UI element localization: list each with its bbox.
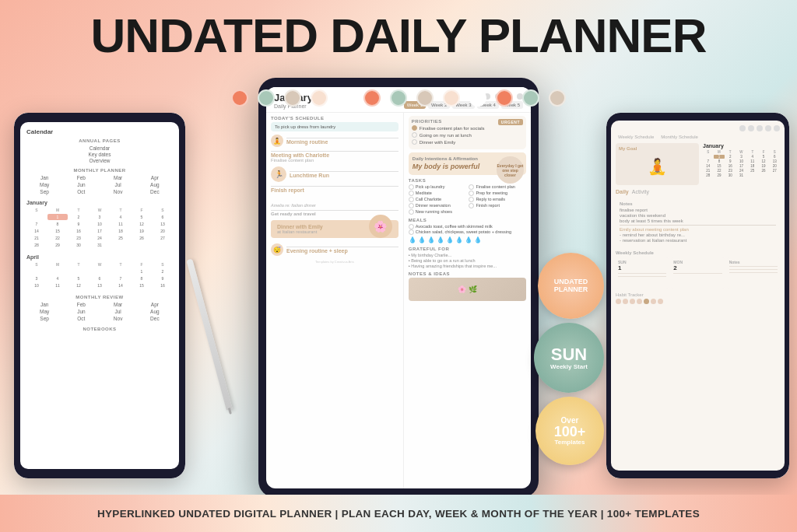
affirmation-box: Daily Intentions & Affirmation My body i… — [409, 152, 526, 175]
mp-may[interactable]: May — [26, 182, 62, 187]
dot-12 — [522, 89, 539, 107]
task-check-2 — [469, 184, 474, 190]
dot-7 — [390, 89, 407, 107]
mr-sep[interactable]: Sep — [26, 316, 62, 321]
goal-figure: 🧘 — [619, 151, 696, 182]
dot-1 — [231, 89, 248, 107]
entry-5: - remind her about birthday re... — [620, 233, 776, 237]
sidebar-link-keydates[interactable]: Key dates — [26, 152, 173, 157]
mp-aug[interactable]: Aug — [137, 182, 173, 187]
right-icon-4 — [765, 125, 771, 131]
footer-text: HYPERLINKED UNDATED DIGITAL PLANNER | PL… — [97, 508, 700, 520]
right-icon-2 — [748, 125, 754, 131]
h-dot-2 — [623, 299, 628, 304]
footer-bar: HYPERLINKED UNDATED DIGITAL PLANNER | PL… — [0, 495, 797, 532]
right-icon-3 — [757, 125, 763, 131]
habit-dots — [616, 299, 780, 304]
mp-oct[interactable]: Oct — [63, 189, 99, 194]
task-check-6 — [469, 197, 474, 202]
schedule-item-report: Finish report — [271, 186, 398, 193]
dot-9 — [443, 89, 460, 107]
tablet-left-bezel: Calendar ANNUAL PAGES Calendar Key dates… — [14, 113, 185, 478]
annual-pages-title: ANNUAL PAGES — [26, 138, 173, 143]
mp-nov[interactable]: Nov — [100, 189, 136, 194]
grateful-label: Grateful for — [409, 247, 526, 251]
mr-jun[interactable]: Jun — [63, 309, 99, 314]
page-title: UNDATED DAILY PLANNER — [0, 8, 797, 63]
meeting-label: Meeting with Charlotte — [271, 152, 398, 158]
mr-may[interactable]: May — [26, 309, 62, 314]
notes-image: 🌸 🌿 — [409, 278, 526, 301]
cal-april-label: April — [26, 254, 173, 260]
tab-weekly[interactable]: Weekly Schedule — [616, 134, 656, 140]
priority-2-text: Going on my run at lunch — [420, 133, 472, 138]
mp-feb[interactable]: Feb — [63, 175, 99, 180]
right-icon-5 — [774, 125, 780, 131]
check-done-icon — [412, 125, 417, 131]
h-dot-4 — [637, 299, 642, 304]
check-empty-icon-1 — [412, 132, 417, 138]
mr-feb[interactable]: Feb — [63, 302, 99, 307]
right-icon-1 — [739, 125, 746, 131]
tablet-right: Weekly Schedule Monthly Schedule My Goal… — [606, 113, 789, 478]
mp-sep[interactable]: Sep — [26, 189, 62, 194]
mr-aug[interactable]: Aug — [137, 309, 173, 314]
evening-avatar: 😴 — [271, 243, 283, 256]
drop-6: 💧 — [455, 236, 463, 243]
task-check-5 — [409, 197, 414, 202]
sidebar-link-calendar[interactable]: Calendar — [26, 145, 173, 151]
notes-label: Notes & Ideas — [409, 271, 526, 276]
mr-dec[interactable]: Dec — [137, 316, 173, 321]
tablet-left-screen: Calendar ANNUAL PAGES Calendar Key dates… — [20, 122, 179, 469]
dot-13 — [549, 89, 566, 107]
stylus-tip — [228, 408, 232, 415]
mr-nov[interactable]: Nov — [100, 316, 136, 321]
mr-oct[interactable]: Oct — [63, 316, 99, 321]
evening-text: Evening routine + sleep — [286, 247, 398, 254]
mr-jul[interactable]: Jul — [100, 309, 136, 314]
task-1: Pick up laundry — [409, 184, 466, 190]
spacer — [271, 197, 398, 203]
drop-8: 💧 — [474, 236, 482, 243]
mp-jul[interactable]: Jul — [100, 182, 136, 187]
badge-templates-count: 100+ — [554, 425, 586, 439]
mr-jan[interactable]: Jan — [26, 302, 62, 307]
dot-10 — [469, 89, 486, 107]
task-check-9 — [409, 209, 414, 215]
mini-cal-box: January SMTWTFS 123456 78910111213 14151… — [703, 143, 780, 185]
mp-jan[interactable]: Jan — [26, 175, 62, 180]
meals-label: Meals — [409, 218, 526, 222]
monthly-planner-section: MONTHLY PLANNER Jan Feb Mar Apr May Jun … — [26, 168, 173, 195]
mp-jun[interactable]: Jun — [63, 182, 99, 187]
planner-body: Today's Schedule To pick up dress from l… — [266, 113, 531, 488]
right-icons-row — [616, 125, 780, 131]
mp-mar[interactable]: Mar — [100, 175, 136, 180]
mp-apr[interactable]: Apr — [137, 175, 173, 180]
schedule-column: Today's Schedule To pick up dress from l… — [266, 113, 404, 488]
run-label: Lunchtime Run — [290, 173, 398, 178]
content-column: Priorities URGENT Finalise content plan … — [404, 113, 531, 488]
meal-check-2 — [409, 229, 414, 235]
badge-templates: Over 100+ Templates — [535, 397, 604, 465]
meeting-sub: Finalise content plan — [271, 158, 398, 163]
sidebar-link-overview[interactable]: Overview — [26, 158, 173, 163]
badge-sun-sub: Weekly Start — [550, 363, 588, 370]
morning-avatar: 🧘 — [271, 135, 283, 147]
priority-1-text: Finalise content plan for socials — [420, 126, 485, 131]
cal-january-grid: SMTWTFS 123456 78910111213 1415161718192… — [26, 207, 173, 248]
task-2: Finalise content plan — [469, 184, 526, 190]
mr-mar[interactable]: Mar — [100, 302, 136, 307]
day-notes: Notes — [727, 257, 780, 289]
mp-dec[interactable]: Dec — [137, 189, 173, 194]
drop-3: 💧 — [427, 236, 435, 243]
schedule-item-run: 🏃 Lunchtime Run — [271, 166, 398, 182]
dot-2 — [258, 89, 275, 107]
time-line-5 — [271, 210, 398, 211]
entry-3: body at least 5 times this week — [620, 219, 776, 223]
daily-header: Daily Activity — [616, 189, 780, 194]
tab-monthly[interactable]: Monthly Schedule — [658, 134, 700, 140]
mr-apr[interactable]: Apr — [137, 302, 173, 307]
schedule-item-dinner: Dinner with Emily at Italian restaurant … — [271, 220, 398, 240]
dinner-figure: 🌸 — [369, 215, 392, 238]
tablet-right-bezel: Weekly Schedule Monthly Schedule My Goal… — [606, 113, 789, 478]
